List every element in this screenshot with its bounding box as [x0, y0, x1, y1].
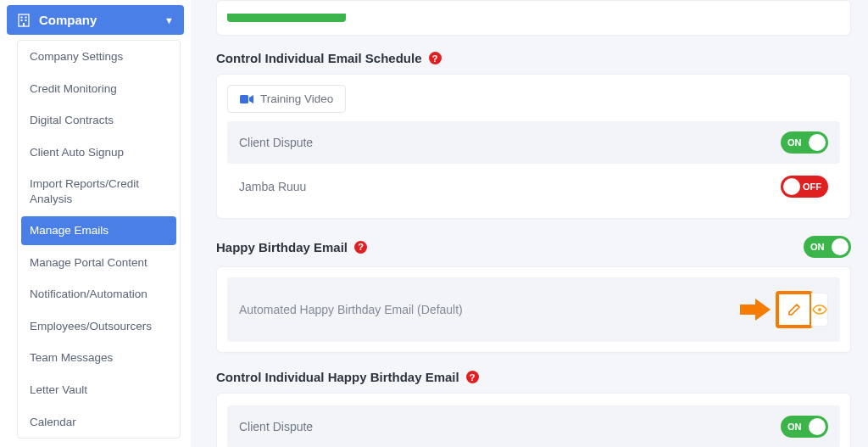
toggle-knob-icon: [832, 238, 849, 255]
toggle-label: ON: [787, 422, 802, 432]
training-video-button[interactable]: Training Video: [227, 85, 346, 113]
svg-rect-3: [21, 20, 23, 21]
sidebar-item-manage-emails[interactable]: Manage Emails: [21, 216, 176, 245]
icon-button-group: [776, 291, 828, 328]
section-title-birthday-row: Happy Birthday Email ? ON: [216, 236, 851, 258]
eye-icon: [812, 305, 827, 315]
row-label: Client Dispute: [239, 420, 313, 433]
svg-point-9: [818, 308, 821, 311]
green-bar-icon: [227, 14, 346, 22]
section-title-text: Control Individual Happy Birthday Email: [216, 370, 459, 384]
sidebar-section-label: Company: [39, 13, 97, 27]
toggle-birthday-email[interactable]: ON: [804, 236, 851, 258]
camera-icon: [240, 94, 253, 104]
svg-rect-4: [25, 20, 27, 21]
main-content: Control Individual Email Schedule ? Trai…: [191, 0, 868, 447]
toggle-label: ON: [810, 242, 825, 252]
toggle-client-dispute[interactable]: ON: [781, 131, 828, 154]
schedule-row: Client Dispute ON: [227, 121, 840, 164]
section-title-schedule: Control Individual Email Schedule ?: [216, 51, 851, 65]
section-title-text: Control Individual Email Schedule: [216, 51, 422, 65]
sidebar-item-digital-contracts[interactable]: Digital Contracts: [18, 104, 180, 137]
sidebar-item-manage-portal-content[interactable]: Manage Portal Content: [18, 247, 180, 279]
section-title-text: Happy Birthday Email: [216, 240, 348, 254]
toggle-knob-icon: [809, 134, 826, 151]
sidebar-item-credit-monitoring[interactable]: Credit Monitoring: [18, 73, 180, 105]
section-title-birthday: Happy Birthday Email ?: [216, 240, 367, 254]
help-icon[interactable]: ?: [429, 52, 442, 64]
toggle-knob-icon: [783, 178, 800, 195]
svg-rect-2: [25, 16, 27, 18]
automated-birthday-row: Automated Happy Birthday Email (Default): [227, 277, 840, 342]
automated-label: Automated Happy Birthday Email (Default): [239, 303, 463, 316]
toggle-knob-icon: [809, 418, 826, 435]
toggle-jamba-ruuu[interactable]: OFF: [781, 176, 828, 198]
toggle-label: ON: [787, 137, 802, 148]
arrow-right-icon: [740, 299, 771, 321]
sidebar-item-company-settings[interactable]: Company Settings: [18, 41, 180, 73]
birthday-row: Client Dispute ON: [227, 405, 840, 447]
edit-button[interactable]: [776, 291, 813, 328]
training-video-label: Training Video: [260, 92, 333, 105]
chevron-down-icon: ▼: [164, 15, 174, 25]
help-icon[interactable]: ?: [466, 371, 479, 383]
svg-rect-8: [240, 95, 248, 103]
sidebar-item-calendar[interactable]: Calendar: [18, 406, 180, 439]
sidebar-item-employees-outsourcers[interactable]: Employees/Outsourcers: [18, 310, 180, 343]
sidebar-section-company[interactable]: Company ▼: [7, 5, 184, 35]
sidebar-item-notification-automation[interactable]: Notification/Automation: [18, 278, 180, 310]
row-label: Jamba Ruuu: [239, 180, 306, 193]
help-icon[interactable]: ?: [354, 241, 367, 254]
row-label: Client Dispute: [239, 136, 313, 149]
toggle-birthday-client-dispute[interactable]: ON: [781, 416, 828, 438]
panel-birthday: Automated Happy Birthday Email (Default): [216, 266, 851, 353]
svg-rect-1: [21, 16, 23, 18]
pencil-icon: [787, 303, 801, 316]
sidebar-item-team-messages[interactable]: Team Messages: [18, 342, 180, 374]
svg-rect-5: [23, 23, 25, 26]
sidebar-item-client-auto-signup[interactable]: Client Auto Signup: [18, 137, 180, 169]
section-title-control-birthday: Control Individual Happy Birthday Email …: [216, 370, 851, 384]
preview-button[interactable]: [811, 293, 828, 327]
sidebar-submenu: Company Settings Credit Monitoring Digit…: [17, 40, 181, 439]
toggle-label: OFF: [803, 182, 821, 192]
schedule-row: Jamba Ruuu OFF: [227, 165, 840, 208]
sidebar-item-import-reports[interactable]: Import Reports/Credit Analysis: [18, 168, 180, 215]
sidebar-item-letter-vault[interactable]: Letter Vault: [18, 374, 180, 406]
panel-schedule: Training Video Client Dispute ON Jamba R…: [216, 74, 851, 219]
sidebar: Company ▼ Company Settings Credit Monito…: [0, 0, 191, 447]
panel-control-birthday: Client Dispute ON Jamba Ruuu ON: [216, 393, 851, 447]
building-icon: [17, 14, 31, 27]
previous-card-stub: [216, 0, 851, 36]
